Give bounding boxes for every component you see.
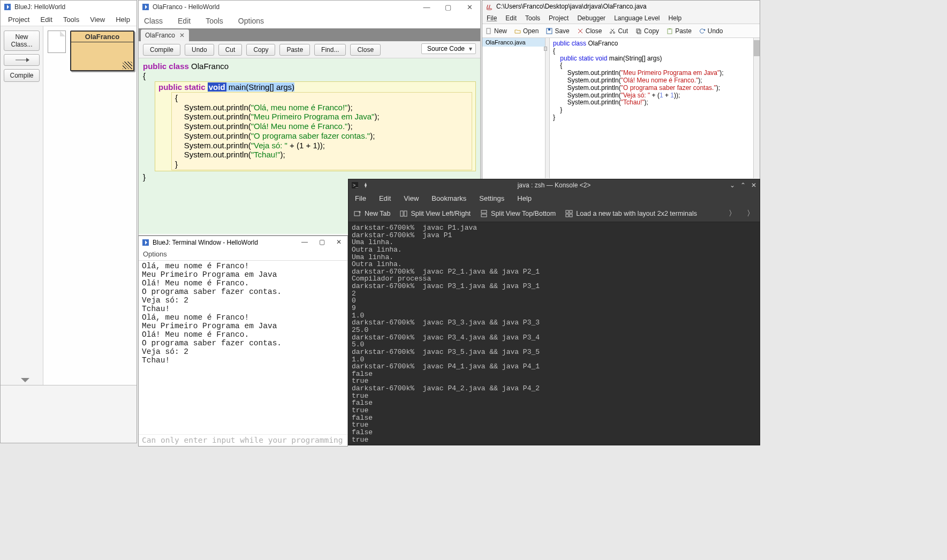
- copy-button[interactable]: Copy: [635, 27, 659, 35]
- bluej-title: BlueJ: HelloWorld: [14, 3, 65, 11]
- undo-button[interactable]: Undo: [185, 44, 214, 56]
- close-button[interactable]: ✕: [751, 181, 756, 189]
- menu-class[interactable]: Class: [144, 17, 163, 25]
- view-mode-select[interactable]: Source Code: [421, 43, 476, 54]
- menu-project[interactable]: Project: [3, 14, 35, 25]
- svg-rect-29: [566, 210, 569, 213]
- menu-help[interactable]: Help: [664, 14, 686, 22]
- menu-view[interactable]: View: [85, 14, 110, 25]
- minimize-button[interactable]: —: [416, 1, 437, 13]
- terminal-options-menu[interactable]: Options: [139, 249, 347, 261]
- menu-edit[interactable]: Edit: [178, 17, 191, 25]
- compile-button[interactable]: Compile: [143, 44, 180, 56]
- menu-file[interactable]: File: [349, 194, 373, 202]
- menu-edit[interactable]: Edit: [501, 14, 521, 22]
- menu-help[interactable]: Help: [110, 14, 135, 25]
- terminal-titlebar[interactable]: BlueJ: Terminal Window - HelloWorld — ▢ …: [139, 236, 347, 249]
- close-button[interactable]: ✕: [330, 236, 347, 248]
- menu-language-level[interactable]: Language Level: [610, 14, 664, 22]
- new-button[interactable]: New: [486, 27, 507, 35]
- drjava-titlebar[interactable]: C:\Users\Franco\Desktop\java\drjava\OlaF…: [482, 1, 760, 12]
- drjava-logo-icon: [486, 3, 493, 10]
- konsole-output[interactable]: darkstar-6700k% javac P1.java darkstar-6…: [349, 222, 760, 445]
- menu-project[interactable]: Project: [544, 14, 573, 22]
- menu-tools[interactable]: Tools: [521, 14, 544, 22]
- new-file-icon: [486, 28, 492, 34]
- terminal-title: BlueJ: Terminal Window - HelloWorld: [153, 239, 258, 246]
- editor-titlebar[interactable]: OlaFranco - HelloWorld — ▢ ✕: [139, 1, 480, 13]
- terminal-icon: >_: [352, 182, 358, 188]
- menu-file[interactable]: File: [482, 14, 501, 22]
- menu-settings[interactable]: Settings: [473, 194, 511, 202]
- bluej-logo-icon: [142, 3, 149, 11]
- split-tb-button[interactable]: Split View Top/Bottom: [480, 210, 556, 217]
- drjava-title: C:\Users\Franco\Desktop\java\drjava\OlaF…: [496, 3, 647, 10]
- drjava-scrollbar[interactable]: [753, 38, 760, 178]
- copy-button[interactable]: Copy: [246, 44, 275, 56]
- paste-button[interactable]: Paste: [279, 44, 310, 56]
- menu-help[interactable]: Help: [511, 194, 538, 202]
- layout-button[interactable]: Load a new tab with layout 2x2 terminals: [565, 210, 697, 217]
- svg-rect-25: [400, 211, 403, 216]
- minimize-button[interactable]: ⌄: [730, 181, 735, 189]
- filelist-item[interactable]: OlaFranco.java: [482, 38, 545, 47]
- tab-close-icon[interactable]: ✕: [179, 32, 185, 39]
- menu-options[interactable]: Options: [238, 17, 264, 25]
- find-button[interactable]: Find...: [314, 44, 346, 56]
- new-tab-icon: [354, 210, 361, 217]
- drjava-filelist[interactable]: OlaFranco.java: [482, 38, 546, 178]
- folder-open-icon: [514, 28, 521, 34]
- scrollbar-thumb[interactable]: [754, 40, 760, 56]
- close-button[interactable]: Close: [577, 27, 602, 35]
- split-lr-button[interactable]: Split View Left/Right: [400, 210, 471, 217]
- drjava-code-area[interactable]: public class OlaFranco { public static v…: [550, 38, 760, 178]
- paste-icon: [666, 28, 673, 34]
- splitter-handle-icon[interactable]: [544, 47, 547, 51]
- menu-edit[interactable]: Edit: [373, 194, 397, 202]
- svg-marker-2: [26, 58, 29, 62]
- maximize-button[interactable]: ⌃: [740, 181, 746, 189]
- menu-tools[interactable]: Tools: [58, 14, 85, 25]
- paste-button[interactable]: Paste: [666, 27, 692, 35]
- compile-button[interactable]: Compile: [4, 69, 40, 82]
- pin-icon[interactable]: [362, 182, 369, 188]
- close-button[interactable]: ✕: [459, 1, 480, 13]
- toolbar-scroll-left-icon[interactable]: 〉: [729, 209, 736, 218]
- editor-tabstrip: OlaFranco ✕: [139, 28, 480, 41]
- scissors-icon: [609, 28, 616, 34]
- menu-view[interactable]: View: [397, 194, 425, 202]
- kw-void: void: [208, 82, 226, 92]
- collapse-triangle-icon[interactable]: [21, 378, 29, 382]
- new-tab-button[interactable]: New Tab: [354, 210, 390, 217]
- bluej-terminal-window: BlueJ: Terminal Window - HelloWorld — ▢ …: [138, 236, 348, 447]
- close-button[interactable]: Close: [350, 44, 381, 56]
- menu-debugger[interactable]: Debugger: [573, 14, 610, 22]
- drjava-splitter[interactable]: [546, 38, 550, 178]
- bluej-class-diagram[interactable]: OlaFranco: [43, 26, 137, 442]
- maximize-button[interactable]: ▢: [437, 1, 459, 13]
- toolbar-scroll-right-icon[interactable]: 〉: [747, 209, 754, 218]
- editor-menubar: Class Edit Tools Options: [139, 13, 480, 28]
- maximize-button[interactable]: ▢: [313, 236, 330, 248]
- bluej-logo-icon: [4, 3, 11, 11]
- menu-edit[interactable]: Edit: [35, 14, 57, 25]
- konsole-titlebar[interactable]: >_ java : zsh — Konsole <2> ⌄ ⌃ ✕: [349, 179, 760, 191]
- menu-tools[interactable]: Tools: [206, 17, 223, 25]
- bluej-titlebar[interactable]: BlueJ: HelloWorld: [1, 1, 137, 13]
- editor-tab-olafranco[interactable]: OlaFranco ✕: [141, 29, 189, 41]
- open-button[interactable]: Open: [514, 27, 539, 35]
- copy-icon: [635, 28, 642, 34]
- readme-icon[interactable]: [48, 31, 66, 53]
- editor-toolbar: Compile Undo Cut Copy Paste Find... Clos…: [139, 41, 480, 58]
- arrow-tool-button[interactable]: [4, 54, 40, 66]
- minimize-button[interactable]: —: [296, 236, 313, 248]
- cut-button[interactable]: Cut: [609, 27, 628, 35]
- save-button[interactable]: Save: [546, 27, 569, 35]
- undo-button[interactable]: Undo: [699, 27, 723, 35]
- terminal-output[interactable]: Olá, meu nome é Franco! Meu Primeiro Pro…: [139, 261, 347, 366]
- object-bench[interactable]: [1, 385, 137, 443]
- cut-button[interactable]: Cut: [218, 44, 243, 56]
- new-class-button[interactable]: New Class...: [4, 31, 40, 51]
- menu-bookmarks[interactable]: Bookmarks: [425, 194, 473, 202]
- class-box-olafranco[interactable]: OlaFranco: [70, 31, 134, 71]
